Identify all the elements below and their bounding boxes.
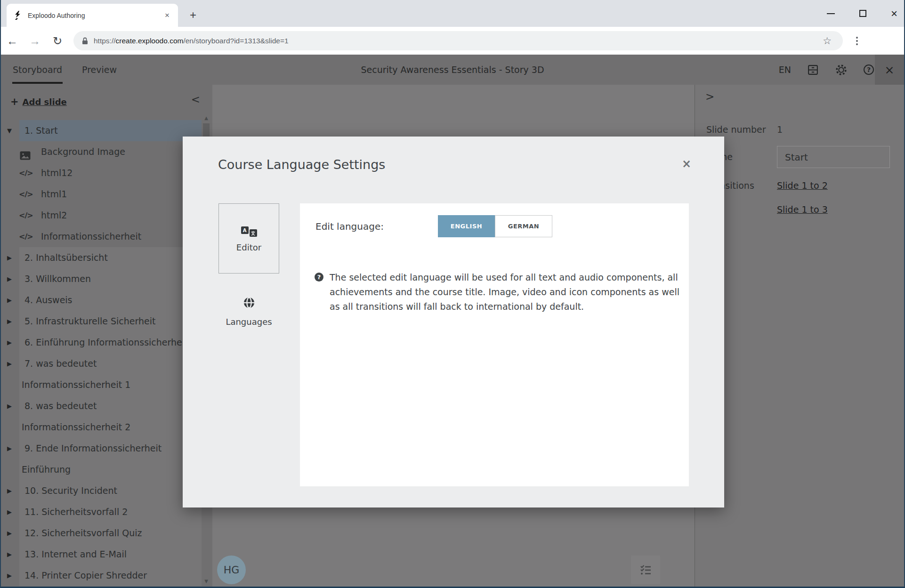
edit-language-toggle: ENGLISHGERMAN	[438, 215, 552, 237]
expand-arrow-icon[interactable]: ▶	[7, 480, 12, 501]
slide-row-label: 7. was bedeutet	[1, 353, 97, 374]
slide-row-label: 5. Infrastrukturelle Sicherheit	[1, 311, 155, 332]
expand-arrow-icon[interactable]: ▶	[7, 311, 12, 332]
code-icon: </>	[19, 184, 33, 205]
new-tab-button[interactable]: +	[186, 8, 200, 22]
slide-name-input[interactable]: Start	[777, 146, 890, 168]
slide-name-row: Name Start	[706, 146, 890, 168]
tab-languages[interactable]: Languages	[218, 295, 279, 327]
tab-preview[interactable]: Preview	[82, 55, 117, 85]
course-title: Security Awareness Essentials - Story 3D	[1, 64, 904, 75]
avatar[interactable]: HG	[217, 556, 246, 584]
tab-editor-label: Editor	[219, 242, 279, 252]
expand-arrow-icon[interactable]: ▶	[7, 268, 12, 290]
slide-row[interactable]: ▶3. Willkommen	[1, 268, 212, 290]
expand-arrow-icon[interactable]: ▶	[7, 395, 12, 417]
slide-row[interactable]: ▶9. Ende Informationssicherheit	[1, 438, 212, 459]
tab-close-icon[interactable]: ×	[163, 11, 171, 20]
slide-properties-panel: > Slide number 1 Name Start Transitions …	[695, 85, 904, 587]
slide-row-label: html1	[1, 184, 67, 205]
window-close-button[interactable]: ×	[891, 8, 897, 19]
slide-row-label: 10. Security Incident	[1, 480, 117, 501]
slide-row[interactable]: ▶5. Infrastrukturelle Sicherheit	[1, 311, 212, 332]
slide-row[interactable]: ▶13. Internet and E-Mail	[1, 544, 212, 565]
slide-row[interactable]: ▶4. Ausweis	[1, 290, 212, 311]
slide-component-row[interactable]: Background Image	[1, 141, 212, 162]
language-selector[interactable]: EN	[779, 64, 791, 75]
image-icon	[20, 146, 31, 162]
window-maximize-button[interactable]	[859, 10, 866, 17]
slide-row[interactable]: ▶11. Sicherheitsvorfall 2	[1, 501, 212, 523]
expand-arrow-icon[interactable]: ▶	[7, 438, 12, 459]
reload-button[interactable]: ↻	[46, 34, 69, 48]
translate-icon: A	[241, 223, 257, 237]
browser-menu-icon[interactable]	[856, 37, 858, 45]
expand-arrow-icon[interactable]: ▶	[7, 290, 12, 311]
scroll-down-icon[interactable]: ▼	[202, 579, 210, 584]
save-icon[interactable]	[807, 64, 819, 76]
expand-arrow-icon[interactable]: ▶	[7, 353, 12, 374]
help-icon[interactable]: ?	[864, 64, 874, 75]
expand-arrow-icon[interactable]: ▶	[7, 544, 12, 565]
slide-row[interactable]: ▶8. was bedeutet	[1, 395, 212, 417]
slide-row-label: 3. Willkommen	[1, 268, 91, 290]
slide-component-row[interactable]: </>html2	[1, 205, 212, 226]
expand-arrow-icon[interactable]: ▶	[7, 565, 12, 586]
add-slide-button[interactable]: +Add slide	[10, 96, 67, 107]
url-text: https://create.exploodo.com/en/storyboar…	[94, 37, 289, 45]
browser-tabstrip: Exploodo Authoring × + ×	[1, 0, 904, 27]
slide-row[interactable]: Informationssicherheit 2	[1, 417, 212, 438]
slide-row[interactable]: ▶10. Security Incident	[1, 480, 212, 501]
slide-row-label: 11. Sicherheitsvorfall 2	[1, 501, 128, 523]
scroll-up-icon[interactable]: ▲	[202, 115, 210, 121]
slide-number-value: 1	[777, 124, 783, 135]
edit-language-option-german[interactable]: GERMAN	[495, 215, 552, 237]
lock-icon	[82, 37, 88, 45]
settings-gear-icon[interactable]	[835, 64, 848, 76]
close-editor-button[interactable]: ×	[875, 55, 904, 85]
slide-sidebar: +Add slide < ▼1. StartBackground Image</…	[1, 85, 212, 587]
expand-arrow-icon[interactable]: ▶	[7, 332, 12, 353]
slide-row[interactable]: ▶12. Sicherheitsvorfall Quiz	[1, 523, 212, 544]
sidebar-collapse-icon[interactable]: <	[191, 93, 200, 105]
edit-language-label: Edit language:	[315, 221, 438, 232]
slide-row[interactable]: ▶2. Inhaltsübersicht	[1, 247, 212, 268]
url-bar[interactable]: https://create.exploodo.com/en/storyboar…	[73, 31, 843, 50]
panel-expand-icon[interactable]: >	[705, 90, 714, 103]
slide-component-row[interactable]: </>Informationssicherheit	[1, 226, 212, 247]
slide-row[interactable]: ▶6. Einführung Informationssicherheit	[1, 332, 212, 353]
modal-close-icon[interactable]: ×	[682, 157, 691, 170]
slide-component-row[interactable]: </>html12	[1, 162, 212, 184]
slide-row[interactable]: ▶14. Printer Copier Shredder	[1, 565, 212, 586]
slide-row[interactable]: Einführung	[1, 459, 212, 480]
expand-arrow-icon[interactable]: ▶	[7, 523, 12, 544]
tab-storyboard[interactable]: Storyboard	[13, 55, 62, 85]
slide-row-label: html12	[1, 162, 73, 184]
collapse-arrow-icon[interactable]: ▼	[7, 120, 12, 141]
expand-arrow-icon[interactable]: ▶	[7, 501, 12, 523]
slide-row[interactable]: ▶7. was bedeutet	[1, 353, 212, 374]
slide-row[interactable]: Informationssicherheit 1	[1, 374, 212, 395]
slide-number-row: Slide number 1	[706, 124, 890, 135]
slide-row-label: 2. Inhaltsübersicht	[1, 247, 108, 268]
slide-row[interactable]: ▼1. Start	[1, 120, 212, 141]
back-button[interactable]: ←	[1, 34, 24, 48]
window-minimize-button[interactable]	[827, 13, 835, 14]
bookmark-star-icon[interactable]: ☆	[823, 35, 832, 47]
forward-button[interactable]: →	[24, 34, 46, 48]
slide-row-label: 8. was bedeutet	[1, 395, 97, 417]
slide-row-label: Informationssicherheit 1	[1, 374, 130, 395]
transition-link[interactable]: Slide 1 to 3	[777, 204, 828, 215]
transition-link[interactable]: Slide 1 to 2	[777, 180, 828, 191]
browser-tab[interactable]: Exploodo Authoring ×	[7, 4, 178, 27]
code-icon: </>	[19, 226, 33, 247]
edit-language-option-english[interactable]: ENGLISH	[438, 215, 495, 237]
slide-component-row[interactable]: </>html1	[1, 184, 212, 205]
code-icon: </>	[19, 162, 33, 184]
browser-toolbar: ← → ↻ https://create.exploodo.com/en/sto…	[1, 27, 904, 55]
plus-icon: +	[10, 96, 19, 107]
expand-arrow-icon[interactable]: ▶	[7, 247, 12, 268]
code-icon: </>	[19, 205, 33, 226]
tab-editor[interactable]: A Editor	[218, 203, 279, 274]
task-list-button[interactable]	[631, 556, 660, 584]
